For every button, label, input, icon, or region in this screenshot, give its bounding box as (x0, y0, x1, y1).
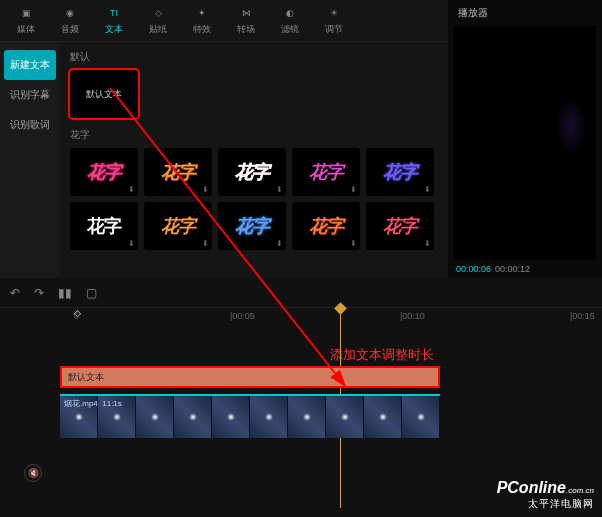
redo-button[interactable]: ↷ (34, 286, 44, 300)
delete-button[interactable]: ▢ (86, 286, 97, 300)
download-icon: ⬇ (424, 239, 431, 248)
sidebar-item-lyrics[interactable]: 识别歌词 (0, 110, 60, 140)
player-time: 00:00:0600:00:12 (448, 260, 602, 278)
section-default-label: 默认 (70, 50, 438, 64)
text-sidebar: 新建文本 识别字幕 识别歌词 (0, 42, 60, 278)
ruler-mark: 0 (74, 311, 79, 321)
video-clip-label: 烟花.mp4 11:1s (64, 398, 122, 409)
ruler-mark: |00:05 (230, 311, 255, 321)
text-icon: TI (106, 5, 122, 21)
video-clip[interactable]: 烟花.mp4 11:1s (60, 394, 440, 438)
annotation-text: 添加文本调整时长 (330, 346, 434, 364)
template-huazi-7[interactable]: 花字⬇ (144, 202, 212, 250)
template-huazi-5[interactable]: 花字⬇ (366, 148, 434, 196)
download-icon: ⬇ (202, 239, 209, 248)
template-huazi-2[interactable]: 花字⬇ (144, 148, 212, 196)
tab-transition[interactable]: ⋈转场 (224, 0, 268, 41)
player-title: 播放器 (448, 0, 602, 26)
download-icon: ⬇ (276, 185, 283, 194)
timeline-toolbar: ↶ ↷ ▮▮ ▢ (0, 278, 602, 308)
template-area: 默认 默认文本 花字 花字⬇ 花字⬇ 花字⬇ 花字⬇ 花字⬇ 花字⬇ 花字⬇ 花… (60, 42, 448, 278)
main-toolbar: ▣媒体 ◉音频 TI文本 ◇贴纸 ✦特效 ⋈转场 ◐滤镜 ☀调节 (0, 0, 448, 42)
template-huazi-4[interactable]: 花字⬇ (292, 148, 360, 196)
sidebar-item-new-text[interactable]: 新建文本 (4, 50, 56, 80)
media-icon: ▣ (18, 5, 34, 21)
download-icon: ⬇ (128, 185, 135, 194)
template-huazi-3[interactable]: 花字⬇ (218, 148, 286, 196)
split-button[interactable]: ▮▮ (58, 286, 72, 300)
sticker-icon: ◇ (150, 5, 166, 21)
filter-icon: ◐ (282, 5, 298, 21)
download-icon: ⬇ (276, 239, 283, 248)
total-time: 00:00:12 (495, 264, 530, 274)
tab-effect[interactable]: ✦特效 (180, 0, 224, 41)
template-huazi-10[interactable]: 花字⬇ (366, 202, 434, 250)
transition-icon: ⋈ (238, 5, 254, 21)
ruler-mark: |00:15 (570, 311, 595, 321)
watermark: PConline.com.cn 太平洋电脑网 (497, 479, 594, 511)
template-huazi-8[interactable]: 花字⬇ (218, 202, 286, 250)
timeline-ruler[interactable]: ◇ 0 |00:05 |00:10 |00:15 (60, 308, 602, 326)
player-viewport[interactable] (454, 26, 596, 260)
undo-button[interactable]: ↶ (10, 286, 20, 300)
tab-filter[interactable]: ◐滤镜 (268, 0, 312, 41)
template-default-text[interactable]: 默认文本 (70, 70, 138, 118)
tab-media[interactable]: ▣媒体 (4, 0, 48, 41)
download-icon: ⬇ (128, 239, 135, 248)
adjust-icon: ☀ (326, 5, 342, 21)
mute-button[interactable]: 🔇 (24, 464, 42, 482)
tab-adjust[interactable]: ☀调节 (312, 0, 356, 41)
download-icon: ⬇ (350, 239, 357, 248)
current-time: 00:00:06 (456, 264, 491, 274)
text-clip[interactable]: 默认文本 (60, 366, 440, 388)
audio-icon: ◉ (62, 5, 78, 21)
template-huazi-6[interactable]: 花字⬇ (70, 202, 138, 250)
download-icon: ⬇ (424, 185, 431, 194)
sidebar-item-subtitle[interactable]: 识别字幕 (0, 80, 60, 110)
download-icon: ⬇ (350, 185, 357, 194)
effect-icon: ✦ (194, 5, 210, 21)
tab-audio[interactable]: ◉音频 (48, 0, 92, 41)
download-icon: ⬇ (202, 185, 209, 194)
template-huazi-1[interactable]: 花字⬇ (70, 148, 138, 196)
section-huazi-label: 花字 (70, 128, 438, 142)
tab-sticker[interactable]: ◇贴纸 (136, 0, 180, 41)
template-huazi-9[interactable]: 花字⬇ (292, 202, 360, 250)
ruler-mark: |00:10 (400, 311, 425, 321)
tab-text[interactable]: TI文本 (92, 0, 136, 41)
